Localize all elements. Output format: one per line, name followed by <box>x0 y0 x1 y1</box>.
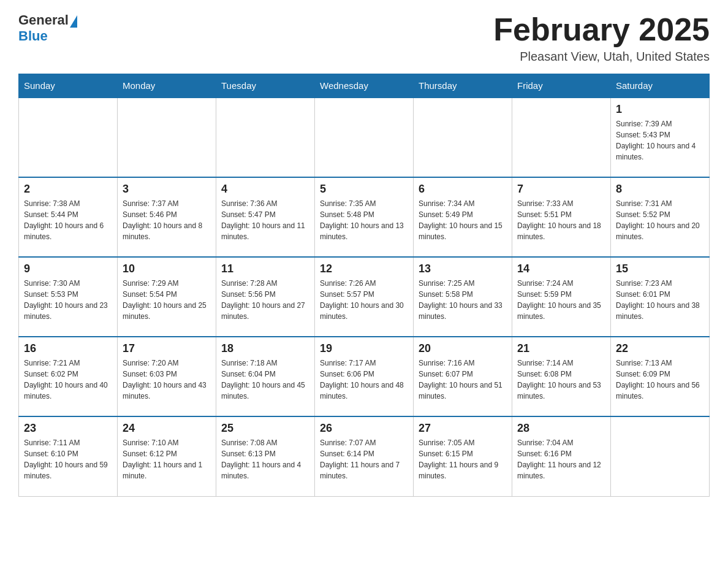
calendar-table: SundayMondayTuesdayWednesdayThursdayFrid… <box>18 74 710 497</box>
month-title: February 2025 <box>493 12 710 47</box>
day-number: 24 <box>123 422 211 435</box>
calendar-cell: 25Sunrise: 7:08 AM Sunset: 6:13 PM Dayli… <box>216 416 315 496</box>
day-info: Sunrise: 7:18 AM Sunset: 6:04 PM Dayligh… <box>221 358 309 402</box>
day-number: 10 <box>123 262 211 275</box>
day-info: Sunrise: 7:26 AM Sunset: 5:57 PM Dayligh… <box>320 278 408 322</box>
calendar-cell: 13Sunrise: 7:25 AM Sunset: 5:58 PM Dayli… <box>414 257 512 337</box>
logo-general-text: General <box>18 12 69 28</box>
day-info: Sunrise: 7:13 AM Sunset: 6:09 PM Dayligh… <box>616 358 704 402</box>
calendar-cell: 22Sunrise: 7:13 AM Sunset: 6:09 PM Dayli… <box>611 337 710 416</box>
calendar-cell: 12Sunrise: 7:26 AM Sunset: 5:57 PM Dayli… <box>315 257 414 337</box>
calendar-cell: 21Sunrise: 7:14 AM Sunset: 6:08 PM Dayli… <box>512 337 611 416</box>
calendar-cell: 9Sunrise: 7:30 AM Sunset: 5:53 PM Daylig… <box>19 257 118 337</box>
day-info: Sunrise: 7:38 AM Sunset: 5:44 PM Dayligh… <box>24 198 112 242</box>
day-number: 14 <box>517 262 605 275</box>
day-info: Sunrise: 7:35 AM Sunset: 5:48 PM Dayligh… <box>320 198 408 242</box>
calendar-cell: 20Sunrise: 7:16 AM Sunset: 6:07 PM Dayli… <box>414 337 512 416</box>
day-info: Sunrise: 7:05 AM Sunset: 6:15 PM Dayligh… <box>419 437 507 481</box>
calendar-body: 1Sunrise: 7:39 AM Sunset: 5:43 PM Daylig… <box>19 98 710 496</box>
day-number: 20 <box>419 342 507 355</box>
day-number: 18 <box>221 342 309 355</box>
day-number: 11 <box>221 262 309 275</box>
column-header-friday: Friday <box>512 74 611 98</box>
calendar-cell <box>216 98 315 177</box>
day-number: 12 <box>320 262 408 275</box>
day-number: 1 <box>616 103 704 116</box>
day-number: 4 <box>221 183 309 196</box>
calendar-cell <box>118 98 216 177</box>
column-header-wednesday: Wednesday <box>315 74 414 98</box>
day-info: Sunrise: 7:16 AM Sunset: 6:07 PM Dayligh… <box>419 358 507 402</box>
calendar-cell: 19Sunrise: 7:17 AM Sunset: 6:06 PM Dayli… <box>315 337 414 416</box>
day-number: 15 <box>616 262 704 275</box>
day-info: Sunrise: 7:14 AM Sunset: 6:08 PM Dayligh… <box>517 358 605 402</box>
header-right: February 2025 Pleasant View, Utah, Unite… <box>493 12 710 64</box>
day-info: Sunrise: 7:30 AM Sunset: 5:53 PM Dayligh… <box>24 278 112 322</box>
day-info: Sunrise: 7:34 AM Sunset: 5:49 PM Dayligh… <box>419 198 507 242</box>
location: Pleasant View, Utah, United States <box>493 50 710 64</box>
day-number: 7 <box>517 183 605 196</box>
calendar-cell: 6Sunrise: 7:34 AM Sunset: 5:49 PM Daylig… <box>414 177 512 257</box>
day-info: Sunrise: 7:29 AM Sunset: 5:54 PM Dayligh… <box>123 278 211 322</box>
day-info: Sunrise: 7:10 AM Sunset: 6:12 PM Dayligh… <box>123 437 211 481</box>
day-info: Sunrise: 7:36 AM Sunset: 5:47 PM Dayligh… <box>221 198 309 242</box>
day-number: 22 <box>616 342 704 355</box>
day-number: 8 <box>616 183 704 196</box>
day-info: Sunrise: 7:23 AM Sunset: 6:01 PM Dayligh… <box>616 278 704 322</box>
day-number: 27 <box>419 422 507 435</box>
column-header-saturday: Saturday <box>611 74 710 98</box>
day-info: Sunrise: 7:21 AM Sunset: 6:02 PM Dayligh… <box>24 358 112 402</box>
week-row-2: 2Sunrise: 7:38 AM Sunset: 5:44 PM Daylig… <box>19 177 710 257</box>
calendar-cell <box>512 98 611 177</box>
calendar-cell: 4Sunrise: 7:36 AM Sunset: 5:47 PM Daylig… <box>216 177 315 257</box>
day-number: 5 <box>320 183 408 196</box>
day-number: 16 <box>24 342 112 355</box>
calendar-cell: 8Sunrise: 7:31 AM Sunset: 5:52 PM Daylig… <box>611 177 710 257</box>
calendar-cell: 18Sunrise: 7:18 AM Sunset: 6:04 PM Dayli… <box>216 337 315 416</box>
day-number: 19 <box>320 342 408 355</box>
week-row-3: 9Sunrise: 7:30 AM Sunset: 5:53 PM Daylig… <box>19 257 710 337</box>
day-info: Sunrise: 7:28 AM Sunset: 5:56 PM Dayligh… <box>221 278 309 322</box>
column-header-tuesday: Tuesday <box>216 74 315 98</box>
calendar-cell: 26Sunrise: 7:07 AM Sunset: 6:14 PM Dayli… <box>315 416 414 496</box>
week-row-5: 23Sunrise: 7:11 AM Sunset: 6:10 PM Dayli… <box>19 416 710 496</box>
week-row-1: 1Sunrise: 7:39 AM Sunset: 5:43 PM Daylig… <box>19 98 710 177</box>
calendar-cell: 1Sunrise: 7:39 AM Sunset: 5:43 PM Daylig… <box>611 98 710 177</box>
calendar-cell <box>414 98 512 177</box>
day-info: Sunrise: 7:04 AM Sunset: 6:16 PM Dayligh… <box>517 437 605 481</box>
calendar-cell: 16Sunrise: 7:21 AM Sunset: 6:02 PM Dayli… <box>19 337 118 416</box>
calendar-cell: 3Sunrise: 7:37 AM Sunset: 5:46 PM Daylig… <box>118 177 216 257</box>
column-header-sunday: Sunday <box>19 74 118 98</box>
logo: General Blue <box>18 12 77 44</box>
calendar-cell: 10Sunrise: 7:29 AM Sunset: 5:54 PM Dayli… <box>118 257 216 337</box>
day-info: Sunrise: 7:20 AM Sunset: 6:03 PM Dayligh… <box>123 358 211 402</box>
calendar-cell: 11Sunrise: 7:28 AM Sunset: 5:56 PM Dayli… <box>216 257 315 337</box>
calendar-cell <box>19 98 118 177</box>
day-info: Sunrise: 7:07 AM Sunset: 6:14 PM Dayligh… <box>320 437 408 481</box>
calendar-cell <box>315 98 414 177</box>
calendar-cell: 24Sunrise: 7:10 AM Sunset: 6:12 PM Dayli… <box>118 416 216 496</box>
logo-triangle-icon <box>70 15 77 28</box>
header-row: SundayMondayTuesdayWednesdayThursdayFrid… <box>19 74 710 98</box>
day-number: 26 <box>320 422 408 435</box>
day-info: Sunrise: 7:39 AM Sunset: 5:43 PM Dayligh… <box>616 118 704 163</box>
day-info: Sunrise: 7:33 AM Sunset: 5:51 PM Dayligh… <box>517 198 605 242</box>
day-info: Sunrise: 7:08 AM Sunset: 6:13 PM Dayligh… <box>221 437 309 481</box>
calendar-cell: 15Sunrise: 7:23 AM Sunset: 6:01 PM Dayli… <box>611 257 710 337</box>
day-number: 28 <box>517 422 605 435</box>
day-number: 17 <box>123 342 211 355</box>
calendar-cell: 27Sunrise: 7:05 AM Sunset: 6:15 PM Dayli… <box>414 416 512 496</box>
day-number: 2 <box>24 183 112 196</box>
day-info: Sunrise: 7:24 AM Sunset: 5:59 PM Dayligh… <box>517 278 605 322</box>
calendar-cell: 14Sunrise: 7:24 AM Sunset: 5:59 PM Dayli… <box>512 257 611 337</box>
column-header-thursday: Thursday <box>414 74 512 98</box>
day-info: Sunrise: 7:11 AM Sunset: 6:10 PM Dayligh… <box>24 437 112 481</box>
week-row-4: 16Sunrise: 7:21 AM Sunset: 6:02 PM Dayli… <box>19 337 710 416</box>
logo-blue-text: Blue <box>18 28 48 44</box>
day-number: 25 <box>221 422 309 435</box>
day-info: Sunrise: 7:25 AM Sunset: 5:58 PM Dayligh… <box>419 278 507 322</box>
calendar-cell: 23Sunrise: 7:11 AM Sunset: 6:10 PM Dayli… <box>19 416 118 496</box>
calendar-cell: 17Sunrise: 7:20 AM Sunset: 6:03 PM Dayli… <box>118 337 216 416</box>
day-info: Sunrise: 7:17 AM Sunset: 6:06 PM Dayligh… <box>320 358 408 402</box>
day-number: 13 <box>419 262 507 275</box>
